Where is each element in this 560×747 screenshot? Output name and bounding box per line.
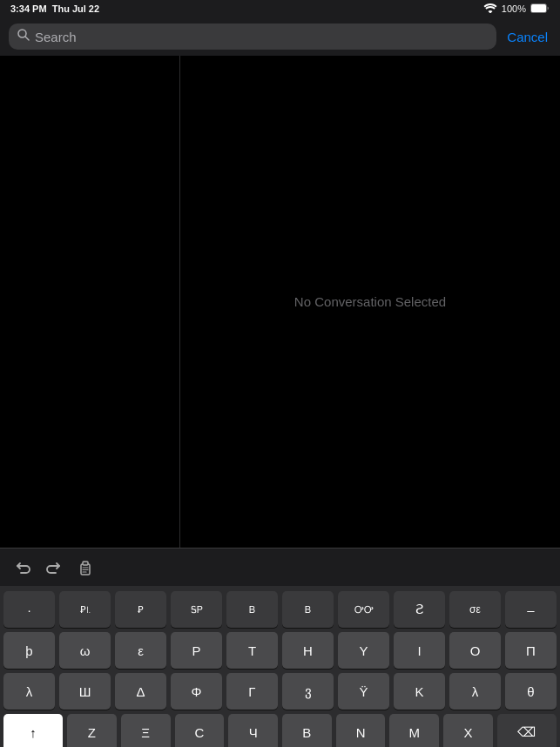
status-time-date: 3:34 PM Thu Jul 22: [10, 3, 99, 14]
delete-key[interactable]: ⌫: [497, 714, 557, 747]
key-r1-9[interactable]: σε: [449, 591, 501, 628]
key-es[interactable]: С: [175, 714, 225, 747]
keyboard-row-2: þ ω ε Ρ Τ Η Υ Ι Ο Π: [3, 632, 557, 669]
key-gamma[interactable]: Γ: [226, 673, 278, 710]
key-pi[interactable]: Π: [505, 632, 557, 669]
key-chi2[interactable]: Ϋ: [338, 673, 389, 710]
status-bar: 3:34 PM Thu Jul 22 100%: [0, 0, 560, 17]
key-r1-4[interactable]: ᎦᏢ: [171, 591, 222, 628]
key-kappa[interactable]: Κ: [394, 673, 445, 710]
svg-rect-1: [531, 4, 546, 12]
battery-icon: [530, 3, 550, 15]
key-omicron[interactable]: Ο: [449, 632, 501, 669]
key-ve[interactable]: В: [282, 714, 332, 747]
key-xi[interactable]: Ξ: [121, 714, 171, 747]
key-r1-8[interactable]: Ƨ: [394, 591, 445, 628]
main-content: No Conversation Selected: [0, 56, 560, 548]
key-r1-2[interactable]: Ꝑ꜑: [59, 591, 111, 628]
redo-button[interactable]: [45, 559, 63, 576]
key-omega[interactable]: ω: [59, 632, 111, 669]
keyboard-row-4: ↑ Ζ Ξ С Ч В Ν Μ Χ ⌫: [3, 714, 557, 747]
key-r1-6[interactable]: Ᏼ: [282, 591, 334, 628]
keyboard-toolbar: [0, 548, 560, 586]
key-phi[interactable]: Φ: [171, 673, 222, 710]
svg-rect-5: [83, 562, 88, 565]
search-bar: Cancel: [0, 17, 560, 56]
key-eta[interactable]: Η: [282, 632, 334, 669]
key-iota[interactable]: Ι: [394, 632, 445, 669]
key-r1-5[interactable]: Ᏼ: [226, 591, 278, 628]
keyboard: · Ꝑ꜑ Ꝑ ᎦᏢ Ᏼ Ᏼ ᎤᎤ Ƨ σε – þ ω ε Ρ Τ Η Υ Ι …: [0, 586, 560, 747]
key-thorn[interactable]: þ: [3, 632, 55, 669]
no-conversation-label: No Conversation Selected: [294, 294, 446, 309]
search-input-wrapper[interactable]: [9, 24, 496, 50]
shift-key[interactable]: ↑: [3, 714, 63, 747]
key-delta[interactable]: Δ: [115, 673, 166, 710]
key-r1-3[interactable]: Ꝑ: [115, 591, 166, 628]
key-lambda2[interactable]: λ: [449, 673, 501, 710]
key-tau[interactable]: Τ: [226, 632, 278, 669]
key-lambda[interactable]: λ: [3, 673, 55, 710]
key-upsilon[interactable]: Υ: [338, 632, 389, 669]
keyboard-row-3: λ Ш Δ Φ Γ ვ Ϋ Κ λ θ: [3, 673, 557, 710]
key-chi[interactable]: Χ: [443, 714, 493, 747]
key-nu[interactable]: Ν: [336, 714, 386, 747]
status-indicators: 100%: [483, 3, 550, 15]
search-input[interactable]: [35, 30, 488, 44]
key-epsilon[interactable]: ε: [115, 632, 166, 669]
paste-button[interactable]: [77, 559, 94, 576]
sidebar: [0, 56, 180, 548]
battery-percentage: 100%: [502, 3, 526, 14]
undo-button[interactable]: [14, 559, 31, 576]
cancel-button[interactable]: Cancel: [503, 30, 551, 44]
key-che[interactable]: Ч: [228, 714, 278, 747]
key-r1-7[interactable]: ᎤᎤ: [338, 591, 389, 628]
search-icon: [17, 29, 30, 44]
key-zeta[interactable]: Ζ: [67, 714, 117, 747]
key-dash[interactable]: –: [505, 591, 557, 628]
key-rho[interactable]: Ρ: [171, 632, 222, 669]
key-theta[interactable]: θ: [505, 673, 557, 710]
key-backtick[interactable]: ·: [3, 591, 55, 628]
key-viani[interactable]: ვ: [282, 673, 334, 710]
keyboard-row-1: · Ꝑ꜑ Ꝑ ᎦᏢ Ᏼ Ᏼ ᎤᎤ Ƨ σε –: [3, 591, 557, 628]
svg-line-3: [25, 37, 29, 40]
key-mu[interactable]: Μ: [389, 714, 439, 747]
key-sha[interactable]: Ш: [59, 673, 111, 710]
wifi-icon: [483, 3, 497, 15]
conversation-area: No Conversation Selected: [180, 56, 560, 548]
